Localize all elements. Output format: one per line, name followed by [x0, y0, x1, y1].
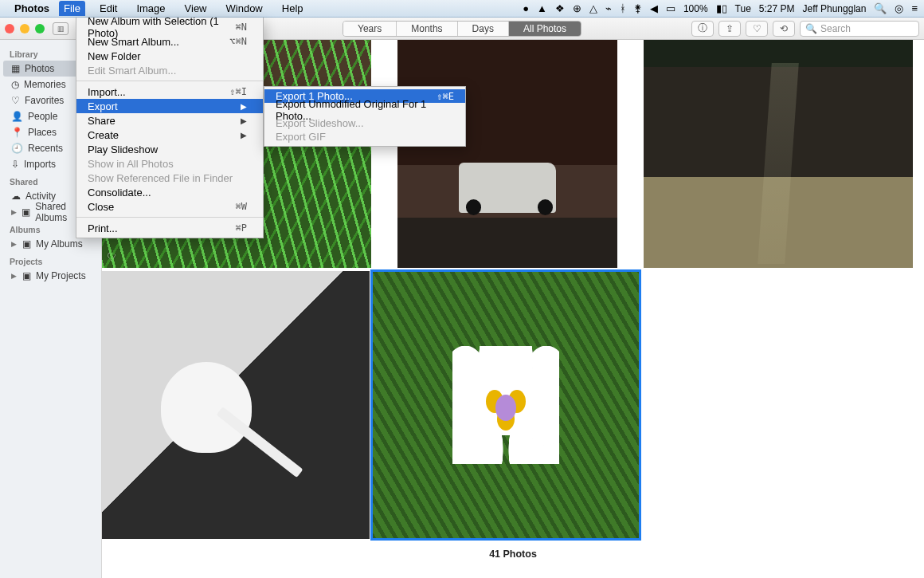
menu-image[interactable]: Image: [131, 1, 170, 16]
menu-separator: [76, 81, 263, 81]
sync-icon[interactable]: ❖: [555, 2, 565, 14]
sidebar-item-label: Photos: [25, 63, 54, 74]
sidebar-toggle-button[interactable]: ▥: [53, 22, 69, 35]
sidebar-item-label: Memories: [24, 79, 66, 90]
person-icon: 👤: [11, 111, 23, 122]
chevron-right-icon: ▶: [241, 102, 247, 111]
sidebar-item-my-projects[interactable]: ▶▣My Projects: [0, 268, 101, 284]
menu-file[interactable]: File: [59, 1, 85, 16]
seg-days[interactable]: Days: [458, 22, 509, 36]
photo-thumbnail[interactable]: [644, 40, 913, 268]
battery-icon[interactable]: ▮▯: [716, 2, 727, 14]
shortcut: ⌘W: [236, 201, 247, 212]
search-icon: 🔍: [805, 23, 817, 34]
chevron-right-icon: ▶: [241, 116, 247, 125]
file-menu-dropdown: New Album with Selection (1 Photo)⌘N New…: [76, 18, 264, 238]
photo-thumbnail-selected[interactable]: [372, 271, 640, 539]
display-icon[interactable]: ▭: [666, 2, 675, 14]
mi-export-unmodified[interactable]: Export Unmodified Original For 1 Photo..…: [264, 103, 465, 116]
photo-thumbnail[interactable]: [397, 40, 617, 268]
chevron-right-icon[interactable]: ▶: [11, 208, 17, 216]
album-icon: ▣: [22, 238, 31, 250]
mi-show-in-all: Show in All Photos: [76, 156, 263, 171]
battery-percent[interactable]: 100%: [683, 3, 708, 14]
user-name[interactable]: Jeff Phungglan: [803, 3, 867, 14]
info-button[interactable]: ⓘ: [691, 21, 714, 37]
sidebar-item-label: Imports: [24, 159, 56, 170]
fullscreen-window-button[interactable]: [35, 24, 45, 33]
notifications-icon[interactable]: ≡: [911, 2, 918, 14]
memories-icon: ◷: [11, 79, 19, 90]
menu-separator: [76, 217, 263, 218]
mi-print[interactable]: Print...⌘P: [76, 221, 263, 235]
chevron-right-icon[interactable]: ▶: [11, 240, 18, 248]
spotlight-icon[interactable]: 🔍: [874, 2, 887, 14]
heart-icon[interactable]: ♡: [107, 251, 116, 263]
seg-months[interactable]: Months: [397, 22, 457, 36]
menu-view[interactable]: View: [180, 1, 212, 16]
globe-icon[interactable]: ⊕: [573, 2, 581, 14]
clock-icon: 🕘: [11, 143, 23, 154]
mi-close[interactable]: Close⌘W: [76, 199, 263, 214]
close-window-button[interactable]: [5, 24, 14, 33]
favorite-button[interactable]: ♡: [746, 21, 768, 37]
mi-edit-smart-album: Edit Smart Album...: [76, 63, 263, 77]
mi-new-album[interactable]: New Album with Selection (1 Photo)⌘N: [76, 20, 263, 34]
triangle-icon[interactable]: △: [589, 2, 597, 14]
mi-export[interactable]: Export▶: [76, 99, 263, 113]
menu-item-label: Export Slideshow...: [276, 117, 364, 129]
export-submenu: Export 1 Photo...⇧⌘E Export Unmodified O…: [264, 86, 466, 147]
project-icon: ▣: [22, 270, 31, 281]
wifi-icon[interactable]: ⚵: [634, 2, 642, 14]
menu-window[interactable]: Window: [221, 1, 268, 16]
menu-item-label: Print...: [88, 222, 118, 234]
mi-new-folder[interactable]: New Folder: [76, 49, 263, 63]
mi-import[interactable]: Import...⇧⌘I: [76, 85, 263, 99]
sidebar-item-my-albums[interactable]: ▶▣My Albums: [0, 236, 101, 252]
mi-play-slideshow[interactable]: Play Slideshow: [76, 142, 263, 156]
menu-item-label: Edit Smart Album...: [88, 65, 176, 77]
sidebar-item-label: Favorites: [25, 95, 64, 106]
mi-share[interactable]: Share▶: [76, 113, 263, 128]
shortcut: ⌘N: [236, 22, 247, 33]
clock-day[interactable]: Tue: [735, 3, 751, 14]
menu-item-label: Export GIF: [276, 131, 326, 143]
menu-item-label: Show Referenced File in Finder: [88, 172, 233, 184]
clock-time[interactable]: 5:27 PM: [759, 3, 795, 14]
menu-item-label: Show in All Photos: [88, 158, 174, 170]
photos-icon: ▦: [11, 63, 20, 74]
app-name[interactable]: Photos: [14, 2, 49, 14]
window-controls: [5, 24, 45, 33]
cloud-icon[interactable]: ▲: [537, 2, 547, 14]
menu-help[interactable]: Help: [277, 1, 308, 16]
seg-years[interactable]: Years: [343, 22, 397, 36]
sidebar-item-label: My Projects: [36, 270, 86, 281]
menu-edit[interactable]: Edit: [95, 1, 122, 16]
view-segmented-control: Years Months Days All Photos: [343, 21, 581, 37]
seg-all-photos[interactable]: All Photos: [509, 22, 581, 36]
bluetooth-icon[interactable]: ᚼ: [620, 2, 626, 14]
switch-icon[interactable]: ⌁: [605, 2, 612, 14]
mi-create[interactable]: Create▶: [76, 128, 263, 142]
sidebar-item-label: My Albums: [36, 238, 83, 250]
pin-icon: 📍: [11, 127, 23, 138]
volume-icon[interactable]: ◀: [650, 2, 658, 14]
mi-consolidate[interactable]: Consolidate...: [76, 185, 263, 199]
mi-export-gif: Export GIF: [264, 130, 465, 144]
photo-count: 41 Photos: [102, 539, 924, 566]
menu-item-label: New Folder: [88, 50, 140, 62]
siri-icon[interactable]: ◎: [895, 2, 903, 14]
menu-item-label: Consolidate...: [88, 187, 151, 199]
share-button[interactable]: ⇪: [718, 21, 741, 37]
search-field[interactable]: 🔍 Search: [800, 21, 919, 37]
chevron-right-icon[interactable]: ▶: [11, 272, 18, 280]
speech-icon[interactable]: ●: [523, 2, 529, 14]
mi-new-smart-album[interactable]: New Smart Album...⌥⌘N: [76, 34, 263, 49]
search-placeholder: Search: [820, 23, 851, 34]
minimize-window-button[interactable]: [20, 24, 29, 33]
menu-item-label: Export: [88, 100, 118, 112]
menubar-right: ● ▲ ❖ ⊕ △ ⌁ ᚼ ⚵ ◀ ▭ 100% ▮▯ Tue 5:27 PM …: [523, 2, 918, 14]
rotate-button[interactable]: ⟲: [773, 21, 795, 37]
sidebar-item-label: Activity: [25, 191, 56, 202]
photo-thumbnail[interactable]: [102, 271, 370, 539]
